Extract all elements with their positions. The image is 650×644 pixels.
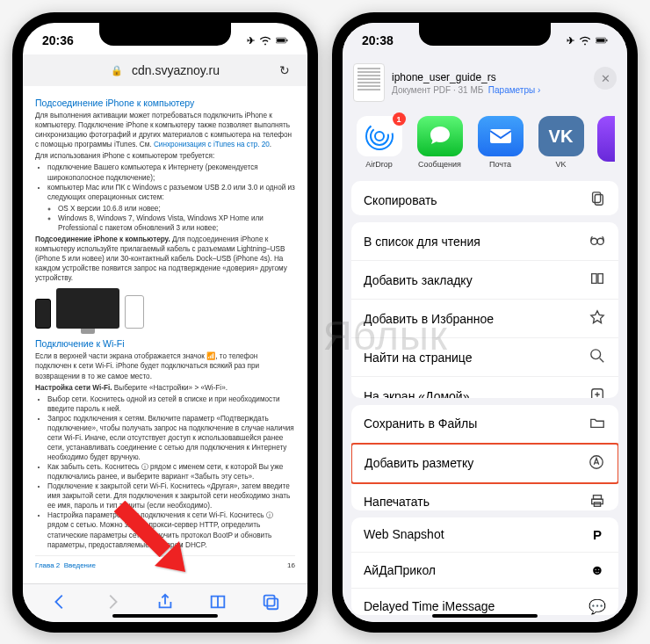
svg-rect-6 <box>596 39 604 42</box>
status-time: 20:38 <box>362 33 394 47</box>
vk-icon: VK <box>538 116 584 156</box>
svg-point-9 <box>371 127 388 145</box>
aida-icon: ☻ <box>589 562 606 578</box>
star-icon <box>589 309 606 328</box>
reload-icon[interactable]: ↻ <box>279 63 290 77</box>
action-find[interactable]: Найти на странице <box>351 338 618 377</box>
printer-icon <box>589 493 606 510</box>
action-group-3: Сохранить в Файлы Добавить разметку Напе… <box>351 405 618 510</box>
close-button[interactable]: ✕ <box>594 67 617 90</box>
svg-rect-11 <box>490 129 511 143</box>
svg-rect-20 <box>592 499 603 503</box>
svg-rect-3 <box>264 595 275 605</box>
back-button[interactable] <box>50 592 69 615</box>
action-markup[interactable]: Добавить разметку <box>351 443 618 484</box>
book-icon <box>589 271 606 289</box>
action-favorite[interactable]: Добавить в Избранное <box>351 300 618 338</box>
delayed-icon: 💬 <box>589 598 606 615</box>
messages-icon <box>427 123 453 149</box>
phone-left: 20:36 ✈ 🔒 cdn.svyaznoy.ru ↻ Подсоединени… <box>12 12 318 633</box>
svg-rect-1 <box>277 39 285 42</box>
action-aida[interactable]: АйДаПрикол ☻ <box>351 553 618 589</box>
doc-footer: Глава 2 Введение 16 <box>35 555 295 571</box>
svg-point-16 <box>591 350 601 359</box>
airplane-icon: ✈ <box>567 35 574 47</box>
forward-button <box>103 592 122 615</box>
wifi-icon <box>579 35 591 46</box>
device-illustration <box>35 288 295 329</box>
mail-icon <box>487 122 515 150</box>
action-websnap[interactable]: Web Snapshot P <box>351 517 618 553</box>
action-print[interactable]: Напечатать <box>351 483 618 510</box>
share-app-messages[interactable]: Сообщения <box>415 116 464 169</box>
airplane-icon: ✈ <box>247 35 255 47</box>
markup-icon <box>588 454 605 473</box>
svg-rect-7 <box>606 40 607 41</box>
action-reading-list[interactable]: В список для чтения <box>351 222 618 261</box>
share-app-more[interactable] <box>597 116 615 169</box>
status-icons: ✈ <box>567 35 608 47</box>
url-host: cdn.svyaznoy.ru <box>132 63 220 77</box>
share-app-mail[interactable]: Почта <box>476 116 524 169</box>
phone-right: 20:38 ✈ iphone_user_guide_rs Документ PD… <box>332 12 638 633</box>
tabs-button[interactable] <box>261 592 280 615</box>
airdrop-icon <box>365 121 394 151</box>
action-bookmark[interactable]: Добавить закладку <box>351 261 618 300</box>
share-options-link[interactable]: Параметры <box>488 85 535 95</box>
copy-icon <box>589 191 606 209</box>
document-content[interactable]: Подсоединение iPhone к компьютеру Для вы… <box>23 86 307 583</box>
home-indicator[interactable] <box>432 614 538 618</box>
svg-rect-12 <box>593 192 601 203</box>
svg-rect-13 <box>595 195 603 206</box>
add-home-icon <box>589 387 606 397</box>
share-button[interactable] <box>155 592 175 615</box>
action-copy[interactable]: Скопировать <box>351 181 618 215</box>
airdrop-badge: 1 <box>393 112 406 126</box>
doc-heading-connect: Подсоединение iPhone к компьютеру <box>35 97 295 109</box>
share-app-row[interactable]: 1 AirDrop Сообщения Почта VK VK <box>343 112 627 181</box>
folder-icon <box>589 415 606 433</box>
svg-rect-2 <box>286 40 287 41</box>
status-time: 20:36 <box>42 33 74 47</box>
svg-point-8 <box>375 132 384 141</box>
doc-heading-wifi: Подключение к Wi-Fi <box>35 337 295 350</box>
share-app-vk[interactable]: VK VK <box>537 116 585 169</box>
home-indicator[interactable] <box>112 614 218 618</box>
svg-point-15 <box>597 238 603 244</box>
glasses-icon <box>589 232 606 250</box>
address-bar[interactable]: 🔒 cdn.svyaznoy.ru ↻ <box>23 54 307 86</box>
share-app-airdrop[interactable]: 1 AirDrop <box>355 116 403 169</box>
document-thumbnail <box>353 63 385 102</box>
action-group-1: Скопировать <box>351 181 618 215</box>
notch <box>99 23 231 46</box>
lock-icon: 🔒 <box>111 65 123 76</box>
bookmarks-button[interactable] <box>208 592 228 615</box>
notch <box>419 23 551 46</box>
search-icon <box>589 348 606 366</box>
action-group-2: В список для чтения Добавить закладку До… <box>351 222 618 397</box>
action-delayed[interactable]: Delayed Time iMessage 💬 <box>351 589 618 615</box>
share-file-title: iphone_user_guide_rs <box>392 71 540 83</box>
action-save-files[interactable]: Сохранить в Файлы <box>351 405 618 444</box>
battery-icon <box>276 35 288 46</box>
battery-icon <box>596 35 608 46</box>
share-header: iphone_user_guide_rs Документ PDF · 31 М… <box>343 54 627 112</box>
action-homescreen[interactable]: На экран «Домой» <box>351 377 618 397</box>
wifi-icon <box>259 35 271 46</box>
share-file-subtitle: Документ PDF · 31 МБ Параметры › <box>392 85 540 95</box>
doc-link-itunes[interactable]: Синхронизация с iTunes на стр. 20 <box>154 141 270 148</box>
websnap-icon: P <box>589 527 606 542</box>
svg-point-14 <box>591 238 597 244</box>
status-icons: ✈ <box>247 35 288 47</box>
svg-rect-4 <box>267 598 278 609</box>
action-group-4: Web Snapshot P АйДаПрикол ☻ Delayed Time… <box>351 517 618 615</box>
